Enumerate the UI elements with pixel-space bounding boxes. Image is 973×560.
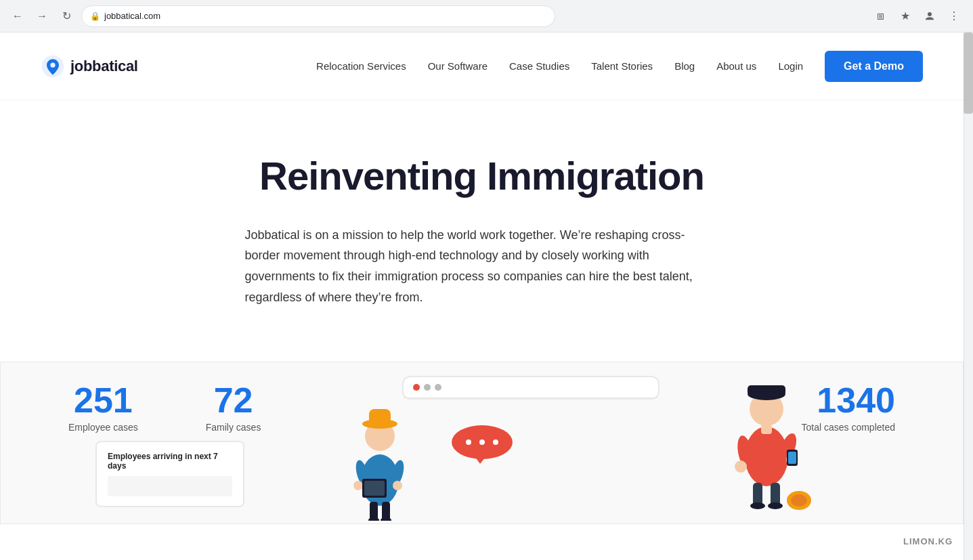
scrollbar-thumb[interactable] xyxy=(964,33,973,114)
svg-point-9 xyxy=(393,481,402,490)
stats-numbers-left: 251 Employee cases 72 Family cases xyxy=(68,383,261,433)
svg-point-34 xyxy=(750,502,765,509)
url-text: jobbatical.com xyxy=(104,11,160,21)
lock-icon: 🔒 xyxy=(90,12,100,21)
chat-bubble-svg xyxy=(448,423,516,464)
woman-character-svg xyxy=(339,372,420,521)
stat-total-cases-number: 1340 xyxy=(801,383,895,418)
bookmark-button[interactable]: ★ xyxy=(894,5,916,27)
profile-button[interactable] xyxy=(919,5,940,27)
mockup-titlebar xyxy=(404,377,658,398)
browser-chrome: ← → ↻ 🔒 jobbatical.com 🗉 ★ ⋮ xyxy=(0,0,973,33)
refresh-button[interactable]: ↻ xyxy=(57,7,76,26)
hero-title: Reinventing Immigration xyxy=(116,154,848,198)
nav-our-software[interactable]: Our Software xyxy=(428,60,488,72)
man-character-svg xyxy=(719,345,814,514)
svg-rect-24 xyxy=(748,385,785,395)
stats-section: 251 Employee cases 72 Family cases xyxy=(0,362,964,524)
scrollbar[interactable] xyxy=(964,33,973,560)
titlebar-dot-gray1 xyxy=(424,384,431,391)
employees-panel-title: Employees arriving in next 7 days xyxy=(108,452,232,471)
dashboard-mockup xyxy=(402,376,660,400)
nav-login[interactable]: Login xyxy=(778,60,803,72)
svg-point-8 xyxy=(353,481,363,490)
svg-point-35 xyxy=(768,502,783,509)
stat-family-cases-label: Family cases xyxy=(206,422,261,433)
stat-employee-cases-label: Employee cases xyxy=(68,422,138,433)
logo-text: jobbatical xyxy=(70,58,138,75)
stat-family-cases: 72 Family cases xyxy=(206,383,261,433)
nav-relocation-services[interactable]: Relocation Services xyxy=(316,60,406,72)
nav-blog[interactable]: Blog xyxy=(674,60,695,72)
watermark: LIMON.KG xyxy=(903,536,953,546)
titlebar-dot-gray2 xyxy=(435,384,441,391)
stat-total-cases-label: Total cases completed xyxy=(801,422,895,433)
svg-marker-20 xyxy=(475,457,485,464)
employees-arriving-panel: Employees arriving in next 7 days xyxy=(95,441,244,507)
stat-employee-cases: 251 Employee cases xyxy=(68,383,138,433)
stat-family-cases-number: 72 xyxy=(206,383,261,418)
nav-about-us[interactable]: About us xyxy=(716,60,756,72)
svg-point-37 xyxy=(791,494,807,507)
illustration-character-right xyxy=(719,345,814,507)
browser-actions: 🗉 ★ ⋮ xyxy=(870,5,965,27)
hero-section: Reinventing Immigration Jobbatical is on… xyxy=(76,100,888,348)
back-button[interactable]: ← xyxy=(8,7,27,26)
svg-rect-25 xyxy=(761,425,772,434)
address-bar[interactable]: 🔒 jobbatical.com xyxy=(81,5,555,27)
svg-point-0 xyxy=(928,12,932,16)
svg-rect-5 xyxy=(369,409,391,425)
svg-point-17 xyxy=(466,439,471,445)
main-nav: jobbatical Relocation Services Our Softw… xyxy=(0,33,964,100)
illustration-character-left xyxy=(339,372,420,507)
svg-point-18 xyxy=(479,439,485,445)
svg-point-28 xyxy=(735,460,747,473)
nav-talent-stories[interactable]: Talent Stories xyxy=(591,60,653,72)
logo-icon xyxy=(41,54,65,79)
chat-bubble xyxy=(448,423,516,467)
hero-description: Jobbatical is on a mission to help the w… xyxy=(245,225,719,307)
page-wrapper: jobbatical Relocation Services Our Softw… xyxy=(0,33,964,524)
nav-links: Relocation Services Our Software Case St… xyxy=(316,60,803,72)
menu-button[interactable]: ⋮ xyxy=(943,5,965,27)
stat-total-cases: 1340 Total cases completed xyxy=(801,383,895,433)
translate-button[interactable]: 🗉 xyxy=(870,5,892,27)
nav-case-studies[interactable]: Case Studies xyxy=(509,60,569,72)
employees-panel-placeholder xyxy=(108,476,232,496)
get-demo-button[interactable]: Get a Demo xyxy=(825,51,923,82)
logo-link[interactable]: jobbatical xyxy=(41,54,138,79)
stat-employee-cases-number: 251 xyxy=(68,383,138,418)
svg-rect-11 xyxy=(364,481,385,496)
svg-point-19 xyxy=(493,439,498,445)
svg-rect-31 xyxy=(788,452,796,464)
forward-button[interactable]: → xyxy=(33,7,51,26)
